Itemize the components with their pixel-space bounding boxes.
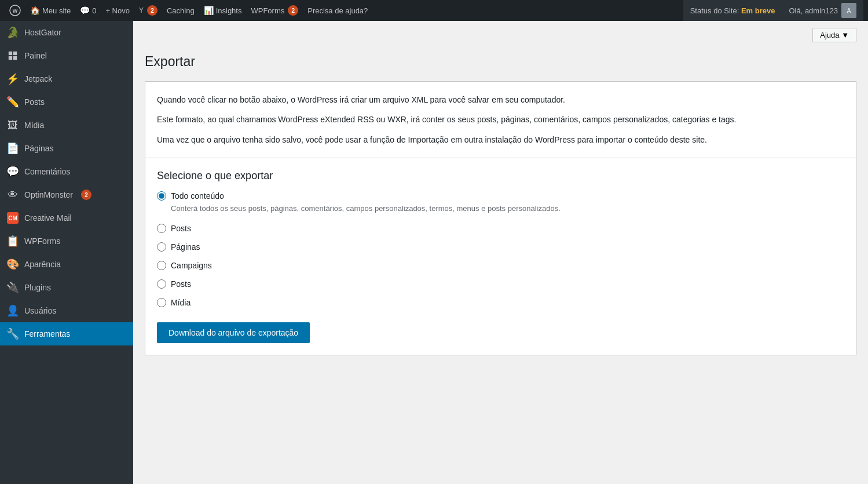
ferramentas-label: Ferramentas (24, 329, 70, 339)
page-title: Exportar (145, 54, 856, 70)
radio-option-paginas: Páginas (157, 242, 844, 252)
posts-icon: ✏️ (7, 96, 19, 108)
radio-label-paginas[interactable]: Páginas (157, 242, 844, 252)
sidebar-item-optinmonster[interactable]: 👁 OptinMonster 2 (0, 183, 133, 206)
adminbar-my-site[interactable]: 🏠 Meu site (25, 0, 75, 21)
svg-text:W: W (13, 8, 18, 14)
adminbar-yoast[interactable]: Y 2 (134, 0, 162, 21)
comments-icon: 💬 (80, 6, 90, 15)
jetpack-icon: ⚡ (7, 73, 19, 85)
adminbar-new[interactable]: + Novo (101, 0, 134, 21)
user-greeting: Olá, admin123 (789, 6, 838, 15)
radio-todo[interactable] (157, 191, 166, 201)
ferramentas-icon: 🔧 (7, 328, 19, 340)
sidebar-item-painel[interactable]: Painel (0, 44, 133, 67)
usuarios-icon: 👤 (7, 305, 19, 316)
sidebar-item-midia[interactable]: 🖼 Mídia (0, 114, 133, 137)
radio-midia[interactable] (157, 298, 166, 307)
content-body: Exportar Quando você clicar no botão aba… (133, 42, 868, 367)
wp-logo-item[interactable]: W (5, 0, 25, 21)
insights-icon: 📊 (204, 6, 214, 15)
my-site-label: Meu site (42, 6, 71, 15)
radio-label-posts[interactable]: Posts (157, 224, 844, 233)
creativemail-label: Creative Mail (24, 213, 72, 223)
plugins-icon: 🔌 (7, 282, 19, 293)
caching-label: Caching (167, 6, 195, 15)
sidebar-item-paginas[interactable]: 📄 Páginas (0, 137, 133, 160)
posts-label: Posts (24, 97, 45, 107)
creativemail-icon: CM (7, 212, 19, 224)
svg-rect-5 (13, 56, 17, 60)
status-label: Status do Site: (690, 6, 739, 15)
yoast-badge: 2 (147, 5, 158, 16)
content-header: Ajuda ▼ (133, 21, 868, 42)
painel-icon (7, 50, 19, 61)
radio-campaigns[interactable] (157, 261, 166, 270)
radio-paginas-text: Páginas (171, 242, 200, 252)
adminbar-caching[interactable]: Caching (162, 0, 199, 21)
svg-rect-2 (9, 52, 12, 55)
radio-option-posts2: Posts (157, 279, 844, 289)
adminbar-right: Status do Site: Em breve Olá, admin123 A (683, 0, 863, 21)
comentarios-icon: 💬 (7, 166, 19, 177)
sidebar-item-ferramentas[interactable]: 🔧 Ferramentas (0, 322, 133, 345)
sidebar-item-jetpack[interactable]: ⚡ Jetpack (0, 67, 133, 90)
radio-posts[interactable] (157, 224, 166, 233)
radio-label-todo[interactable]: Todo conteúdo (157, 191, 844, 201)
adminbar-comments[interactable]: 💬 0 (75, 0, 101, 21)
radio-campaigns-text: Campaigns (171, 261, 212, 270)
status-value: Em breve (741, 6, 775, 15)
admin-bar: W 🏠 Meu site 💬 0 + Novo Y 2 Caching 📊 In… (0, 0, 868, 21)
ajuda-button[interactable]: Ajuda ▼ (812, 28, 856, 42)
sidebar-item-posts[interactable]: ✏️ Posts (0, 90, 133, 114)
radio-paginas[interactable] (157, 242, 166, 252)
paginas-label: Páginas (24, 144, 54, 153)
download-button[interactable]: Download do arquivo de exportação (157, 322, 310, 343)
usuarios-label: Usuários (24, 306, 56, 315)
sidebar-item-usuarios[interactable]: 👤 Usuários (0, 299, 133, 322)
radio-posts2-text: Posts (171, 279, 191, 289)
midia-label: Mídia (24, 121, 44, 130)
plugins-label: Plugins (24, 283, 51, 292)
wpforms-badge: 2 (288, 5, 298, 16)
avatar-initial: A (847, 8, 851, 14)
wpforms-sidebar-label: WPForms (24, 236, 60, 246)
sidebar: 🐊 HostGator Painel ⚡ Jetpack ✏️ Posts 🖼 … (0, 21, 133, 484)
sidebar-item-plugins[interactable]: 🔌 Plugins (0, 276, 133, 299)
sidebar-item-creativemail[interactable]: CM Creative Mail (0, 206, 133, 230)
radio-posts2[interactable] (157, 279, 166, 289)
sidebar-item-comentarios[interactable]: 💬 Comentários (0, 160, 133, 183)
aparencia-label: Aparência (24, 260, 61, 269)
export-section: Selecione o que exportar Todo conteúdo C… (145, 158, 856, 355)
radio-midia-text: Mídia (171, 298, 191, 307)
home-icon: 🏠 (30, 6, 40, 15)
radio-todo-text: Todo conteúdo (171, 191, 224, 201)
sidebar-item-aparencia[interactable]: 🎨 Aparência (0, 253, 133, 276)
yoast-icon: Y (139, 6, 144, 14)
sidebar-item-wpforms[interactable]: 📋 WPForms (0, 230, 133, 253)
section-title: Selecione o que exportar (157, 170, 844, 182)
adminbar-help[interactable]: Precisa de ajuda? (303, 0, 372, 21)
radio-option-posts: Posts (157, 224, 844, 233)
wpforms-sidebar-icon: 📋 (7, 235, 19, 247)
comentarios-label: Comentários (24, 167, 70, 176)
adminbar-wpforms[interactable]: WPForms 2 (246, 0, 303, 21)
optinmonster-icon: 👁 (7, 189, 19, 201)
optinmonster-badge: 2 (81, 190, 91, 200)
adminbar-insights[interactable]: 📊 Insights (199, 0, 247, 21)
radio-label-midia[interactable]: Mídia (157, 298, 844, 307)
admin-user-menu[interactable]: Olá, admin123 A (782, 0, 863, 21)
painel-label: Painel (24, 51, 47, 60)
intro-para1: Quando você clicar no botão abaixo, o Wo… (157, 93, 844, 106)
main-content: Ajuda ▼ Exportar Quando você clicar no b… (133, 21, 868, 484)
sidebar-item-hostgator[interactable]: 🐊 HostGator (0, 21, 133, 44)
layout: 🐊 HostGator Painel ⚡ Jetpack ✏️ Posts 🖼 … (0, 21, 868, 484)
wpforms-label: WPForms (251, 6, 284, 15)
optinmonster-label: OptinMonster (24, 190, 73, 199)
radio-option-todo: Todo conteúdo Conterá todos os seus post… (157, 191, 844, 214)
comments-count: 0 (92, 6, 96, 15)
radio-todo-description: Conterá todos os seus posts, páginas, co… (171, 203, 844, 214)
paginas-icon: 📄 (7, 143, 19, 154)
radio-label-campaigns[interactable]: Campaigns (157, 261, 844, 270)
radio-label-posts2[interactable]: Posts (157, 279, 844, 289)
